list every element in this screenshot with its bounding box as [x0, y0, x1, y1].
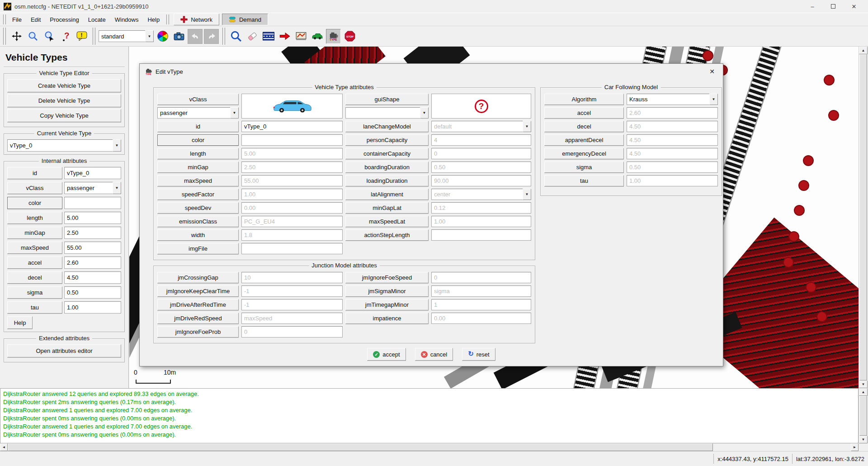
attr-label-maxspeed[interactable]: maxSpeed	[157, 175, 239, 186]
attr-label-maxspeed[interactable]: maxSpeed	[7, 242, 62, 254]
chevron-down-icon[interactable]: ▼	[420, 107, 429, 119]
chevron-down-icon[interactable]: ▼	[230, 107, 239, 119]
inspect-mode-button[interactable]	[228, 29, 243, 44]
maximize-button[interactable]	[823, 0, 844, 13]
attr-label-jmsigmaminor[interactable]: jmSigmaMinor	[345, 285, 429, 297]
attr-label-speeddev[interactable]: speedDev	[157, 202, 239, 214]
attr-input-mingap[interactable]: 2.50	[64, 227, 121, 239]
attr-label-actionsteplength[interactable]: actionStepLength	[345, 229, 429, 241]
chevron-down-icon[interactable]: ▼	[523, 121, 531, 132]
attr-combo-algorithm[interactable]: Krauss ▼	[627, 94, 718, 105]
attr-input-length[interactable]: 5.00	[241, 148, 343, 159]
locate-button[interactable]	[42, 29, 57, 44]
scroll-up-icon[interactable]: ▲	[859, 388, 868, 396]
scrollbar-thumb[interactable]	[859, 54, 867, 380]
menu-locate[interactable]: Locate	[84, 14, 110, 25]
copy-vehicle-type-button[interactable]: Copy Vehicle Type	[7, 109, 121, 122]
scroll-down-icon[interactable]: ▼	[859, 436, 868, 443]
attr-input-maxspeed[interactable]: 55.00	[64, 242, 121, 254]
attr-input-containercapacity[interactable]: 0	[431, 148, 531, 159]
attr-input-id[interactable]: vType_0	[241, 121, 343, 132]
route-mode-button[interactable]	[293, 29, 308, 44]
attr-input-mingaplat[interactable]: 0.12	[431, 202, 531, 214]
help-button[interactable]: Help	[7, 316, 33, 329]
close-button[interactable]: ✕	[844, 0, 864, 13]
attr-input-jmtimegapminor[interactable]: 1	[431, 299, 531, 310]
attr-label-jmignorefoeprob[interactable]: jmIgnoreFoeProb	[157, 326, 239, 338]
zoom-button[interactable]	[25, 29, 40, 44]
scroll-down-icon[interactable]: ▼	[859, 380, 868, 388]
attr-combo-guishape[interactable]: ▼	[345, 107, 429, 119]
attr-label-decel[interactable]: decel	[7, 271, 62, 284]
chevron-down-icon[interactable]: ▼	[709, 94, 718, 105]
attr-label-sigma[interactable]: sigma	[7, 286, 62, 299]
delete-vehicle-type-button[interactable]: Delete Vehicle Type	[7, 94, 121, 107]
undo-button[interactable]	[188, 29, 203, 44]
menu-processing[interactable]: Processing	[45, 14, 83, 25]
attr-label-jmcrossinggap[interactable]: jmCrossingGap	[157, 272, 239, 283]
supermode-demand-button[interactable]: Demand	[222, 14, 268, 25]
attr-label-latalignment[interactable]: latAlignment	[345, 189, 429, 200]
menu-windows[interactable]: Windows	[110, 14, 143, 25]
attr-input-tau[interactable]: 1.00	[627, 175, 718, 186]
attr-input-color[interactable]	[241, 134, 343, 146]
supermode-network-button[interactable]: Network	[174, 14, 219, 25]
attr-input-jmignorekeepcleartime[interactable]: -1	[241, 285, 343, 297]
color-button[interactable]: color	[157, 134, 239, 146]
attr-label-boardingduration[interactable]: boardingDuration	[345, 162, 429, 173]
color-scheme-combo[interactable]: standard ▼	[99, 30, 154, 42]
attr-combo-vclass[interactable]: passenger ▼	[157, 107, 239, 119]
attr-input-sigma[interactable]: 0.50	[64, 286, 121, 299]
attr-input-tau[interactable]: 1.00	[64, 301, 121, 314]
attr-input-mingap[interactable]: 2.50	[241, 162, 343, 173]
attr-label-containercapacity[interactable]: containerCapacity	[345, 148, 429, 159]
attr-label-impatience[interactable]: impatience	[345, 313, 429, 324]
attr-input-length[interactable]: 5.00	[64, 212, 121, 224]
edit-color-schemes-button[interactable]	[155, 29, 170, 44]
attr-label-accel[interactable]: accel	[7, 257, 62, 269]
attr-input-jmignorefoespeed[interactable]: 0	[431, 272, 531, 283]
attr-label-accel[interactable]: accel	[544, 107, 624, 119]
move-mode-button[interactable]	[277, 29, 292, 44]
attr-input-jmcrossinggap[interactable]: 10	[241, 272, 343, 283]
attr-input-speedfactor[interactable]: 1.00	[241, 189, 343, 200]
attr-label-id[interactable]: id	[157, 121, 239, 132]
redo-button[interactable]	[204, 29, 219, 44]
attr-input-boardingduration[interactable]: 0.50	[431, 162, 531, 173]
dialog-close-button[interactable]: ✕	[707, 66, 717, 77]
attr-label-tau[interactable]: tau	[544, 175, 624, 186]
attr-input-imgfile[interactable]	[241, 243, 343, 254]
help-mode-button[interactable]: ?	[58, 29, 73, 44]
create-vehicle-type-button[interactable]: Create Vehicle Type	[7, 79, 121, 92]
scroll-left-icon[interactable]: ◄	[0, 443, 8, 451]
attr-label-sigma[interactable]: sigma	[544, 162, 624, 173]
reset-button[interactable]: ↻ reset	[462, 348, 495, 361]
scroll-up-icon[interactable]: ▲	[859, 47, 868, 54]
move-view-button[interactable]	[9, 29, 24, 44]
menu-file[interactable]: File	[8, 14, 26, 25]
attr-label-vclass[interactable]: vClass	[7, 182, 62, 194]
attr-input-decel[interactable]: 4.50	[64, 271, 121, 284]
attr-label-jmdriveredspeed[interactable]: jmDriveRedSpeed	[157, 313, 239, 324]
attr-input-width[interactable]: 1.8	[241, 229, 343, 241]
scroll-right-icon[interactable]: ►	[851, 443, 859, 451]
scrollbar-thumb[interactable]	[859, 396, 867, 436]
attr-label-lanechangemodel[interactable]: laneChangeModel	[345, 121, 429, 132]
attr-label-maxspeedlat[interactable]: maxSpeedLat	[345, 216, 429, 227]
attr-label-algorithm[interactable]: Algorithm	[544, 94, 624, 105]
log-vertical-scrollbar[interactable]: ▲ ▼	[859, 388, 868, 443]
screenshot-button[interactable]	[171, 29, 186, 44]
attr-input-maxspeedlat[interactable]: 1.00	[431, 216, 531, 227]
attr-label-length[interactable]: length	[157, 148, 239, 159]
attr-input-emergencydecel[interactable]: 4.50	[627, 148, 718, 159]
attr-input-speeddev[interactable]: 0.00	[241, 202, 343, 214]
attr-label-decel[interactable]: decel	[544, 121, 624, 132]
vehicle-mode-button[interactable]	[310, 29, 325, 44]
attr-input-decel[interactable]: 4.50	[627, 121, 718, 132]
attr-label-mingap[interactable]: minGap	[7, 227, 62, 239]
attr-label-apparentdecel[interactable]: apparentDecel	[544, 134, 624, 146]
attr-label-personcapacity[interactable]: personCapacity	[345, 134, 429, 146]
attr-input-sigma[interactable]: 0.50	[627, 162, 718, 173]
attr-input-color[interactable]	[64, 197, 121, 209]
attr-input-jmdriveafterredtime[interactable]: -1	[241, 299, 343, 310]
